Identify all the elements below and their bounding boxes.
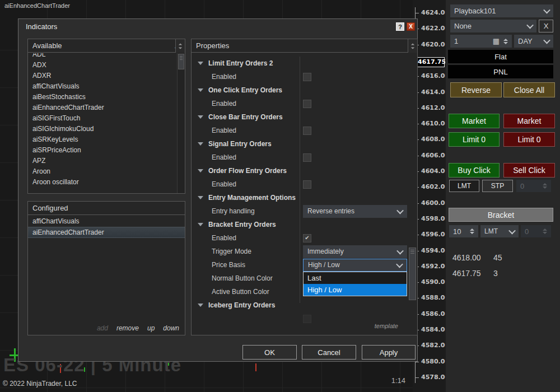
- entry-handling-dropdown[interactable]: Reverse entries: [303, 205, 407, 218]
- bracket-type-dropdown[interactable]: LMT: [480, 225, 519, 237]
- available-item[interactable]: aiBestStochastics: [28, 92, 178, 102]
- quote-size: 45: [493, 253, 502, 262]
- candle-mark: [255, 363, 256, 371]
- available-item[interactable]: affiChartVisuals: [28, 81, 178, 92]
- expander-icon[interactable]: [198, 142, 203, 146]
- buy-limit-button[interactable]: Limit 0: [449, 132, 500, 147]
- checkbox[interactable]: [303, 180, 311, 189]
- dialog-title-bar[interactable]: Indicators: [18, 19, 417, 34]
- scroll-down-icon[interactable]: [179, 47, 182, 49]
- apply-button[interactable]: Apply: [362, 345, 416, 360]
- available-scrollbar[interactable]: [177, 53, 185, 193]
- available-item[interactable]: aiSRKeyLevels: [28, 134, 178, 145]
- quantity-stepper[interactable]: 1 ▦: [450, 35, 512, 48]
- property-group-order-flow-entry-orders[interactable]: Order Flow Entry Orders: [192, 164, 408, 178]
- checkbox[interactable]: [303, 127, 311, 135]
- checkbox[interactable]: [303, 153, 311, 162]
- scrollbar-thumb[interactable]: [178, 54, 184, 69]
- checkbox[interactable]: [303, 73, 311, 81]
- checkbox[interactable]: [303, 100, 311, 108]
- property-group-limit-entry-orders-2[interactable]: Limit Entry Orders 2: [192, 57, 408, 70]
- property-group-close-bar-entry-orders[interactable]: Close Bar Entry Orders: [192, 110, 408, 124]
- available-item[interactable]: Aroon: [28, 166, 178, 177]
- stp-toggle-button[interactable]: STP: [482, 180, 513, 192]
- help-button[interactable]: ?: [396, 22, 404, 31]
- template-link[interactable]: template: [375, 323, 398, 329]
- configured-item[interactable]: aiEnhancedChartTrader: [28, 227, 185, 238]
- cancel-button[interactable]: Cancel: [302, 345, 356, 360]
- bracket-qty-spin-arrows[interactable]: [470, 228, 474, 234]
- reverse-button[interactable]: Reverse: [450, 82, 502, 97]
- bracket-qty-stepper[interactable]: 10: [449, 225, 478, 237]
- property-control: Reverse entries: [303, 205, 407, 218]
- offset-value: 0: [520, 182, 524, 190]
- available-item[interactable]: APZ: [28, 156, 178, 166]
- property-row: Enabled: [192, 178, 408, 191]
- available-item[interactable]: ADX: [28, 60, 178, 71]
- property-group-one-click-entry-orders[interactable]: One Click Entry Orders: [192, 83, 408, 97]
- price-label: 4590.00: [421, 278, 445, 286]
- available-item[interactable]: aiEnhancedChartTrader: [28, 102, 178, 113]
- expander-icon[interactable]: [198, 169, 203, 172]
- account-dropdown[interactable]: Playback101: [450, 4, 553, 17]
- close-icon[interactable]: X: [407, 22, 415, 31]
- scroll-down-icon[interactable]: [411, 47, 414, 49]
- price-label: 4620.00: [421, 41, 445, 48]
- close-all-button[interactable]: Close All: [503, 82, 555, 97]
- property-group-signal-entry-orders[interactable]: Signal Entry Orders: [192, 137, 408, 151]
- atm-strategy-dropdown[interactable]: None: [450, 20, 536, 32]
- available-item[interactable]: aiSIGFirstTouch: [28, 113, 178, 124]
- price-label: 4612.00: [421, 104, 445, 111]
- available-item[interactable]: aiSRPriceAction: [28, 145, 178, 156]
- available-item[interactable]: aiSIGIchimokuCloud: [28, 124, 178, 134]
- tif-dropdown[interactable]: DAY: [514, 35, 553, 48]
- checkbox[interactable]: [303, 315, 311, 323]
- property-control: [303, 127, 407, 135]
- property-group-label: Signal Entry Orders: [208, 140, 272, 148]
- available-item[interactable]: ADL: [28, 53, 178, 60]
- buy-click-button[interactable]: Buy Click: [449, 163, 500, 178]
- trigger-mode-dropdown[interactable]: Immediately: [303, 245, 407, 258]
- atm-dropdown-value: None: [454, 22, 472, 30]
- properties-scrollbar-thumb[interactable]: [409, 248, 416, 300]
- bracket-offset-value: 0: [525, 227, 529, 236]
- available-scroll-arrows[interactable]: [175, 39, 185, 53]
- checkbox[interactable]: ✔: [303, 234, 311, 242]
- sell-limit-button[interactable]: Limit 0: [503, 132, 555, 147]
- atm-close-button[interactable]: X: [539, 20, 553, 32]
- dropdown-option[interactable]: High / Low: [304, 284, 407, 296]
- property-group-iceberg-entry-orders[interactable]: Iceberg Entry Orders: [192, 298, 408, 312]
- lmt-toggle-button[interactable]: LMT: [449, 180, 479, 192]
- configured-header: Configured: [28, 202, 185, 215]
- sell-market-button[interactable]: Market: [503, 114, 555, 128]
- property-label: Enabled: [192, 73, 300, 81]
- sell-click-button[interactable]: Sell Click: [503, 163, 555, 178]
- remove-link[interactable]: remove: [116, 324, 139, 332]
- chart-trader-panel: Playback101 None X 1 ▦ DAY Flat PNL Reve…: [445, 0, 560, 392]
- expander-icon[interactable]: [198, 115, 203, 119]
- scroll-up-icon[interactable]: [411, 43, 414, 45]
- available-item[interactable]: Aroon oscillator: [28, 177, 178, 188]
- bracket-type-value: LMT: [484, 227, 498, 235]
- quote-price: 4618.00: [452, 253, 481, 262]
- property-group-bracket-entry-orders[interactable]: Bracket Entry Orders: [192, 218, 408, 231]
- up-link[interactable]: up: [147, 324, 155, 332]
- dropdown-option[interactable]: Last: [304, 272, 407, 284]
- quantity-spin-arrows[interactable]: [503, 39, 508, 44]
- configured-item[interactable]: affiChartVisuals: [28, 216, 185, 227]
- expander-icon[interactable]: [198, 223, 203, 226]
- expander-icon[interactable]: [198, 196, 203, 199]
- buy-market-button[interactable]: Market: [449, 114, 500, 128]
- scroll-up-icon[interactable]: [179, 43, 182, 45]
- down-link[interactable]: down: [163, 324, 179, 332]
- bracket-button[interactable]: Bracket: [449, 208, 553, 222]
- properties-scroll-arrows[interactable]: [408, 39, 417, 53]
- property-group-entry-management-options[interactable]: Entry Management Options: [192, 191, 408, 204]
- expander-icon[interactable]: [198, 62, 203, 65]
- expander-icon[interactable]: [198, 304, 203, 307]
- ok-button[interactable]: OK: [242, 345, 297, 360]
- price-label: 4608.00: [421, 136, 445, 143]
- price-basis-dropdown[interactable]: High / Low: [303, 259, 407, 272]
- available-item[interactable]: ADXR: [28, 71, 178, 81]
- expander-icon[interactable]: [198, 88, 203, 92]
